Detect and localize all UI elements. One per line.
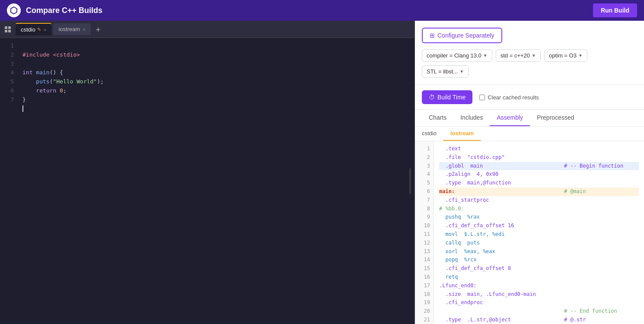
compiler-options: compiler = Clang 13.0 ▼ std = c++20 ▼ op…	[422, 49, 637, 78]
configure-grid-icon: ⊞	[430, 32, 435, 39]
assembly-output: 123456789101112131415161718192021222324 …	[415, 141, 644, 324]
main-layout: cstdio ✎ × iostream × + 1234567 #include…	[0, 21, 644, 324]
tab-includes[interactable]: Includes	[453, 110, 490, 126]
svg-rect-4	[8, 30, 11, 32]
configure-separately-button[interactable]: ⊞ Configure Separately	[422, 28, 502, 43]
editor-panel: cstdio ✎ × iostream × + 1234567 #include…	[0, 21, 415, 324]
add-tab-button[interactable]: +	[93, 25, 103, 34]
svg-rect-2	[8, 26, 11, 29]
code-area: 1234567 #include <cstdio> int main() { p…	[0, 38, 414, 324]
clear-cache-checkbox[interactable]	[479, 95, 485, 100]
scroll-indicator	[409, 168, 411, 194]
right-panel: ⊞ Configure Separately compiler = Clang …	[415, 21, 644, 324]
asm-line-numbers: 123456789101112131415161718192021222324	[415, 141, 434, 324]
compiler-arrow: ▼	[483, 53, 488, 58]
build-time-button[interactable]: ⏱ Build Time	[422, 90, 472, 104]
tab-close-iostream[interactable]: ×	[83, 27, 85, 32]
editor-tab-bar: cstdio ✎ × iostream × +	[0, 21, 414, 38]
compiler-label: compiler = Clang 13.0	[427, 52, 481, 59]
std-label: std = c++20	[501, 52, 530, 59]
clear-cache-text: Clear cached results	[488, 94, 539, 101]
stl-arrow: ▼	[459, 69, 464, 74]
build-area: ⏱ Build Time Clear cached results	[415, 85, 644, 110]
topbar: Compare C++ Builds Run Build	[0, 0, 644, 21]
compiler-select[interactable]: compiler = Clang 13.0 ▼	[422, 49, 492, 62]
output-tabs: Charts Includes Assembly Preprocessed	[415, 110, 644, 127]
stl-select[interactable]: STL = libst... ▼	[422, 65, 469, 78]
line-numbers: 1234567	[0, 38, 17, 324]
asm-content[interactable]: .text .file "cstdio.cpp" .globl main # -…	[434, 141, 644, 324]
optim-label: optim = O3	[549, 52, 577, 59]
config-area: ⊞ Configure Separately compiler = Clang …	[415, 21, 644, 85]
code-editor[interactable]: #include <cstdio> int main() { puts("Hel…	[17, 38, 414, 324]
svg-rect-3	[5, 30, 7, 32]
tab-assembly[interactable]: Assembly	[490, 110, 530, 126]
tab-label: cstdio	[21, 26, 35, 33]
editor-tab-iostream[interactable]: iostream ×	[53, 23, 90, 35]
tab-label: iostream	[58, 26, 80, 32]
grid-icon[interactable]	[2, 23, 14, 35]
tab-charts[interactable]: Charts	[422, 110, 453, 126]
edit-icon: ✎	[37, 27, 41, 32]
clear-cache-label[interactable]: Clear cached results	[479, 94, 539, 101]
optim-arrow: ▼	[578, 53, 583, 58]
svg-rect-1	[5, 26, 7, 29]
file-tabs: cstdio iostream	[415, 127, 644, 141]
run-build-button[interactable]: Run Build	[593, 3, 637, 17]
file-tab-iostream[interactable]: iostream	[443, 127, 481, 141]
tab-preprocessed[interactable]: Preprocessed	[530, 110, 581, 126]
app-logo	[7, 3, 21, 17]
configure-label: Configure Separately	[437, 32, 494, 39]
svg-marker-0	[11, 7, 17, 14]
std-select[interactable]: std = c++20 ▼	[496, 49, 541, 62]
app-title: Compare C++ Builds	[26, 6, 593, 15]
tab-close-cstdio[interactable]: ×	[44, 27, 46, 32]
file-tab-cstdio[interactable]: cstdio	[415, 127, 443, 141]
optim-select[interactable]: optim = O3 ▼	[544, 49, 587, 62]
build-time-label: Build Time	[437, 94, 465, 101]
editor-tab-cstdio[interactable]: cstdio ✎ ×	[16, 23, 51, 35]
stl-label: STL = libst...	[427, 68, 458, 75]
build-time-icon: ⏱	[429, 94, 435, 101]
std-arrow: ▼	[532, 53, 536, 58]
